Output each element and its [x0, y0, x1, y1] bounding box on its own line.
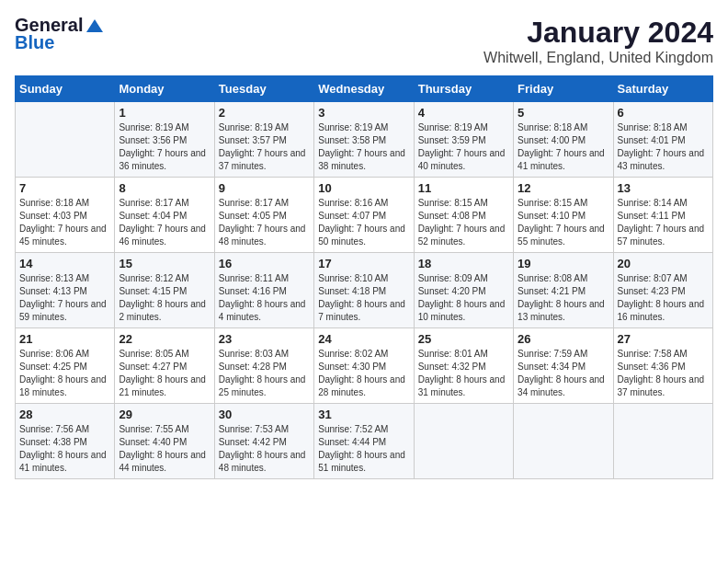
day-number: 12	[518, 181, 609, 195]
day-number: 4	[418, 106, 509, 120]
day-number: 3	[318, 106, 409, 120]
calendar-cell: 28Sunrise: 7:56 AMSunset: 4:38 PMDayligh…	[16, 404, 115, 479]
calendar-cell: 5Sunrise: 8:18 AMSunset: 4:00 PMDaylight…	[514, 102, 613, 178]
day-info: Sunrise: 8:15 AMSunset: 4:08 PMDaylight:…	[418, 197, 509, 248]
calendar-cell: 14Sunrise: 8:13 AMSunset: 4:13 PMDayligh…	[16, 253, 115, 328]
day-number: 28	[19, 408, 110, 421]
column-header-sunday: Sunday	[16, 76, 115, 102]
calendar-week-5: 28Sunrise: 7:56 AMSunset: 4:38 PMDayligh…	[16, 404, 713, 479]
calendar-cell: 30Sunrise: 7:53 AMSunset: 4:42 PMDayligh…	[214, 404, 313, 479]
column-header-saturday: Saturday	[613, 76, 712, 102]
day-info: Sunrise: 8:18 AMSunset: 4:01 PMDaylight:…	[618, 121, 709, 173]
day-number: 17	[318, 257, 409, 270]
day-number: 20	[618, 257, 709, 270]
day-info: Sunrise: 7:58 AMSunset: 4:36 PMDaylight:…	[618, 348, 709, 399]
day-number: 13	[618, 181, 709, 195]
calendar-week-1: 1Sunrise: 8:19 AMSunset: 3:56 PMDaylight…	[16, 102, 713, 178]
day-info: Sunrise: 8:13 AMSunset: 4:13 PMDaylight:…	[19, 272, 110, 324]
svg-marker-0	[86, 19, 103, 32]
column-header-wednesday: Wednesday	[314, 76, 414, 102]
calendar-cell: 2Sunrise: 8:19 AMSunset: 3:57 PMDaylight…	[214, 102, 313, 178]
day-number: 24	[318, 332, 409, 346]
calendar-cell: 26Sunrise: 7:59 AMSunset: 4:34 PMDayligh…	[514, 328, 613, 404]
calendar-cell: 29Sunrise: 7:55 AMSunset: 4:40 PMDayligh…	[115, 404, 214, 479]
column-header-thursday: Thursday	[414, 76, 513, 102]
month-title: January 2024	[483, 15, 713, 50]
day-info: Sunrise: 8:11 AMSunset: 4:16 PMDaylight:…	[219, 272, 310, 324]
day-info: Sunrise: 8:09 AMSunset: 4:20 PMDaylight:…	[418, 272, 509, 324]
calendar-cell: 9Sunrise: 8:17 AMSunset: 4:05 PMDaylight…	[214, 178, 313, 253]
calendar-cell: 8Sunrise: 8:17 AMSunset: 4:04 PMDaylight…	[115, 178, 214, 253]
calendar-cell: 1Sunrise: 8:19 AMSunset: 3:56 PMDaylight…	[115, 102, 214, 178]
calendar-table: SundayMondayTuesdayWednesdayThursdayFrid…	[15, 75, 713, 479]
day-info: Sunrise: 8:06 AMSunset: 4:25 PMDaylight:…	[19, 348, 110, 399]
logo-icon	[86, 19, 103, 32]
calendar-cell: 3Sunrise: 8:19 AMSunset: 3:58 PMDaylight…	[314, 102, 414, 178]
day-number: 9	[219, 181, 310, 195]
day-info: Sunrise: 8:19 AMSunset: 3:57 PMDaylight:…	[219, 121, 310, 173]
day-info: Sunrise: 8:12 AMSunset: 4:15 PMDaylight:…	[119, 272, 210, 324]
day-number: 23	[219, 332, 310, 346]
calendar-cell: 6Sunrise: 8:18 AMSunset: 4:01 PMDaylight…	[613, 102, 712, 178]
day-info: Sunrise: 8:17 AMSunset: 4:05 PMDaylight:…	[219, 197, 310, 248]
calendar-cell: 18Sunrise: 8:09 AMSunset: 4:20 PMDayligh…	[414, 253, 513, 328]
location: Whitwell, England, United Kingdom	[483, 50, 713, 66]
page-header: General Blue January 2024 Whitwell, Engl…	[15, 15, 713, 66]
day-info: Sunrise: 8:18 AMSunset: 4:00 PMDaylight:…	[518, 121, 609, 173]
logo-blue: Blue	[15, 32, 54, 53]
day-number: 14	[19, 257, 110, 270]
column-header-tuesday: Tuesday	[214, 76, 313, 102]
calendar-cell: 24Sunrise: 8:02 AMSunset: 4:30 PMDayligh…	[314, 328, 414, 404]
day-number: 16	[219, 257, 310, 270]
day-info: Sunrise: 8:18 AMSunset: 4:03 PMDaylight:…	[19, 197, 110, 248]
calendar-cell: 31Sunrise: 7:52 AMSunset: 4:44 PMDayligh…	[314, 404, 414, 479]
day-number: 7	[19, 181, 110, 195]
calendar-cell: 25Sunrise: 8:01 AMSunset: 4:32 PMDayligh…	[414, 328, 513, 404]
calendar-cell	[613, 404, 712, 479]
day-info: Sunrise: 8:08 AMSunset: 4:21 PMDaylight:…	[518, 272, 609, 324]
day-number: 1	[119, 106, 210, 120]
calendar-cell: 21Sunrise: 8:06 AMSunset: 4:25 PMDayligh…	[16, 328, 115, 404]
calendar-cell	[16, 102, 115, 178]
logo: General Blue	[15, 15, 105, 53]
calendar-cell: 22Sunrise: 8:05 AMSunset: 4:27 PMDayligh…	[115, 328, 214, 404]
calendar-cell	[414, 404, 513, 479]
day-info: Sunrise: 7:53 AMSunset: 4:42 PMDaylight:…	[219, 423, 310, 475]
day-number: 8	[119, 181, 210, 195]
title-block: January 2024 Whitwell, England, United K…	[483, 15, 713, 66]
day-number: 31	[318, 408, 409, 421]
day-number: 25	[418, 332, 509, 346]
day-info: Sunrise: 7:55 AMSunset: 4:40 PMDaylight:…	[119, 423, 210, 475]
calendar-header-row: SundayMondayTuesdayWednesdayThursdayFrid…	[16, 76, 713, 102]
calendar-cell: 27Sunrise: 7:58 AMSunset: 4:36 PMDayligh…	[613, 328, 712, 404]
day-info: Sunrise: 8:15 AMSunset: 4:10 PMDaylight:…	[518, 197, 609, 248]
day-info: Sunrise: 8:03 AMSunset: 4:28 PMDaylight:…	[219, 348, 310, 399]
day-number: 11	[418, 181, 509, 195]
calendar-cell: 15Sunrise: 8:12 AMSunset: 4:15 PMDayligh…	[115, 253, 214, 328]
calendar-week-4: 21Sunrise: 8:06 AMSunset: 4:25 PMDayligh…	[16, 328, 713, 404]
day-info: Sunrise: 8:05 AMSunset: 4:27 PMDaylight:…	[119, 348, 210, 399]
day-info: Sunrise: 8:14 AMSunset: 4:11 PMDaylight:…	[618, 197, 709, 248]
day-info: Sunrise: 8:19 AMSunset: 3:58 PMDaylight:…	[318, 121, 409, 173]
calendar-cell: 7Sunrise: 8:18 AMSunset: 4:03 PMDaylight…	[16, 178, 115, 253]
calendar-cell	[514, 404, 613, 479]
day-info: Sunrise: 8:07 AMSunset: 4:23 PMDaylight:…	[618, 272, 709, 324]
calendar-week-3: 14Sunrise: 8:13 AMSunset: 4:13 PMDayligh…	[16, 253, 713, 328]
day-info: Sunrise: 8:19 AMSunset: 3:59 PMDaylight:…	[418, 121, 509, 173]
day-number: 30	[219, 408, 310, 421]
day-info: Sunrise: 8:19 AMSunset: 3:56 PMDaylight:…	[119, 121, 210, 173]
column-header-monday: Monday	[115, 76, 214, 102]
day-number: 29	[119, 408, 210, 421]
day-info: Sunrise: 8:01 AMSunset: 4:32 PMDaylight:…	[418, 348, 509, 399]
calendar-cell: 4Sunrise: 8:19 AMSunset: 3:59 PMDaylight…	[414, 102, 513, 178]
day-number: 5	[518, 106, 609, 120]
calendar-cell: 11Sunrise: 8:15 AMSunset: 4:08 PMDayligh…	[414, 178, 513, 253]
calendar-cell: 12Sunrise: 8:15 AMSunset: 4:10 PMDayligh…	[514, 178, 613, 253]
day-info: Sunrise: 8:02 AMSunset: 4:30 PMDaylight:…	[318, 348, 409, 399]
calendar-cell: 17Sunrise: 8:10 AMSunset: 4:18 PMDayligh…	[314, 253, 414, 328]
day-number: 26	[518, 332, 609, 346]
calendar-cell: 20Sunrise: 8:07 AMSunset: 4:23 PMDayligh…	[613, 253, 712, 328]
calendar-cell: 23Sunrise: 8:03 AMSunset: 4:28 PMDayligh…	[214, 328, 313, 404]
day-info: Sunrise: 7:59 AMSunset: 4:34 PMDaylight:…	[518, 348, 609, 399]
calendar-cell: 10Sunrise: 8:16 AMSunset: 4:07 PMDayligh…	[314, 178, 414, 253]
